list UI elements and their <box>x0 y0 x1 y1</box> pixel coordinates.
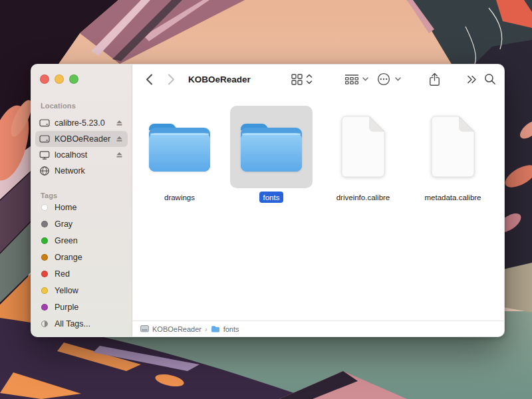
share-button[interactable] <box>429 65 440 94</box>
close-button[interactable] <box>40 74 49 84</box>
file-item-fonts[interactable]: fonts <box>230 106 313 203</box>
external-drive-icon <box>39 118 50 128</box>
file-item-metadata[interactable]: metadata.calibre <box>412 106 494 203</box>
minimize-button[interactable] <box>55 74 64 84</box>
document-icon <box>337 113 389 182</box>
group-dropdown-chevron-icon[interactable] <box>362 65 368 94</box>
file-name-label: fonts <box>259 192 284 203</box>
grid-view-icon <box>291 74 303 85</box>
toolbar-overflow-button[interactable] <box>467 65 477 94</box>
tag-dot-icon <box>39 254 50 261</box>
tag-label: Green <box>55 236 124 245</box>
forward-button[interactable] <box>168 65 175 94</box>
sidebar-tag-purple[interactable]: Purple <box>35 299 128 315</box>
path-crumb-current[interactable]: fonts <box>211 325 239 333</box>
path-bar: KOBOeReader › fonts <box>132 321 504 336</box>
display-icon <box>39 150 50 160</box>
tag-label: Home <box>55 203 124 212</box>
sidebar-item-localhost[interactable]: localhost <box>35 147 128 163</box>
file-name-label: drawings <box>160 192 199 203</box>
sidebar-item-label: localhost <box>55 150 111 160</box>
sidebar-item-koboereader[interactable]: KOBOeReader <box>35 131 128 147</box>
tags-header: Tags <box>41 192 57 200</box>
document-icon <box>427 113 479 182</box>
share-icon <box>429 72 440 86</box>
file-item-drawings[interactable]: drawings <box>138 106 221 203</box>
all-tags-icon <box>39 321 50 327</box>
sidebar-tag-orange[interactable]: Orange <box>35 249 128 265</box>
tag-label: All Tags... <box>55 319 124 329</box>
eject-icon[interactable] <box>116 136 124 142</box>
tag-label: Purple <box>55 303 124 312</box>
sidebar-tag-yellow[interactable]: Yellow <box>35 283 128 299</box>
tag-label: Gray <box>55 219 124 229</box>
sidebar-item-label: KOBOeReader <box>55 134 111 144</box>
sidebar-tag-all-tags[interactable]: All Tags... <box>35 316 128 332</box>
zoom-button[interactable] <box>69 74 78 84</box>
more-actions-button[interactable] <box>377 65 390 94</box>
drive-small-icon <box>140 325 149 332</box>
search-icon <box>484 73 496 85</box>
globe-icon <box>39 166 50 176</box>
tag-dot-icon <box>39 237 50 244</box>
folder-icon <box>145 120 214 174</box>
tag-label: Red <box>55 269 124 279</box>
view-mode-stepper-icon[interactable] <box>306 65 313 94</box>
sidebar-tag-green[interactable]: Green <box>35 233 128 249</box>
selection-highlight <box>230 106 313 188</box>
file-name-label: driveinfo.calibre <box>332 192 394 203</box>
tag-dot-icon <box>39 271 50 277</box>
path-crumb-label: fonts <box>223 325 239 333</box>
sidebar-item-calibre[interactable]: calibre-5.23.0 <box>35 115 128 131</box>
sidebar-item-network[interactable]: Network <box>35 163 128 179</box>
window-controls <box>40 74 78 84</box>
tag-dot-icon <box>39 204 50 211</box>
window-title: KOBOeReader <box>188 65 251 94</box>
sidebar-item-label: calibre-5.23.0 <box>55 118 111 128</box>
view-mode-button[interactable] <box>291 65 303 94</box>
search-button[interactable] <box>484 65 496 94</box>
ellipsis-circle-icon <box>377 72 390 86</box>
external-drive-icon <box>39 134 50 144</box>
tag-dot-icon <box>39 304 50 311</box>
sidebar-tag-red[interactable]: Red <box>35 266 128 282</box>
tag-label: Yellow <box>55 286 124 295</box>
tag-label: Orange <box>55 253 124 262</box>
sidebar-tag-gray[interactable]: Gray <box>35 216 128 232</box>
locations-header: Locations <box>41 102 76 110</box>
sidebar-item-label: Network <box>55 166 124 176</box>
folder-small-icon <box>211 325 220 332</box>
eject-icon[interactable] <box>116 120 124 126</box>
group-button[interactable] <box>344 65 359 94</box>
file-browser-content: drawings fonts <box>132 94 504 321</box>
path-crumb-root[interactable]: KOBOeReader <box>140 325 201 333</box>
finder-window: Locations calibre-5.23.0 KOBOeReader <box>31 64 505 337</box>
path-crumb-label: KOBOeReader <box>152 325 201 333</box>
tag-dot-icon <box>39 221 50 227</box>
file-name-label: metadata.calibre <box>420 192 485 203</box>
path-separator: › <box>205 325 207 333</box>
main-pane: KOBOeReader <box>132 65 504 336</box>
group-icon <box>344 74 359 84</box>
double-chevron-icon <box>467 75 477 84</box>
actions-dropdown-chevron-icon[interactable] <box>395 65 401 94</box>
desktop: Locations calibre-5.23.0 KOBOeReader <box>0 0 532 399</box>
sidebar: Locations calibre-5.23.0 KOBOeReader <box>31 65 132 336</box>
eject-icon[interactable] <box>116 152 124 158</box>
folder-icon <box>237 120 306 174</box>
back-button[interactable] <box>146 65 153 94</box>
sidebar-tag-home[interactable]: Home <box>35 200 128 215</box>
tag-dot-icon <box>39 287 50 294</box>
toolbar: KOBOeReader <box>132 65 504 94</box>
file-item-driveinfo[interactable]: driveinfo.calibre <box>322 106 404 203</box>
